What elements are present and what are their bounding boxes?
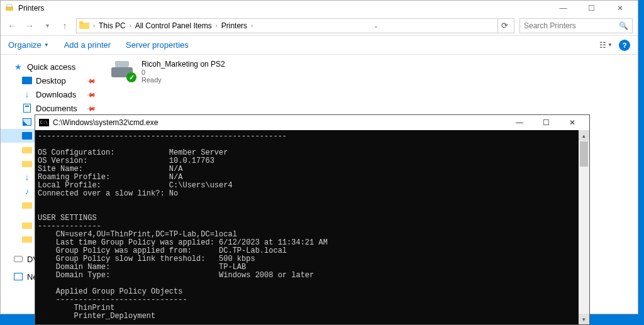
help-button[interactable]: ? — [619, 40, 630, 51]
svg-rect-1 — [7, 4, 12, 7]
cmd-close-button[interactable]: ✕ — [559, 116, 586, 129]
up-button[interactable]: ↑ — [58, 19, 71, 32]
music-icon: ♪ — [22, 187, 32, 196]
tree-label: Quick access — [27, 62, 75, 72]
folder-icon — [22, 145, 32, 154]
view-options-button[interactable]: ☷ ▼ — [599, 41, 613, 50]
cmd-titlebar[interactable]: C:\Windows\system32\cmd.exe — ☐ ✕ — [35, 115, 589, 130]
crumb-sep-icon: › — [92, 23, 96, 29]
folder-icon — [22, 201, 32, 209]
tree-label: Downloads — [36, 90, 76, 99]
svg-rect-3 — [79, 21, 83, 24]
printer-item[interactable]: ✓ Ricoh_Marketing on PS2 0 Ready — [109, 60, 630, 84]
explorer-titlebar[interactable]: Printers — ☐ ✕ — [1, 1, 638, 16]
cmd-minimize-button[interactable]: — — [506, 116, 533, 129]
server-properties-button[interactable]: Server properties — [126, 40, 189, 50]
printer-details: Ricoh_Marketing on PS2 0 Ready — [142, 60, 225, 84]
scroll-up-button[interactable]: ▴ — [579, 130, 589, 141]
window-title: Printers — [18, 4, 44, 13]
printers-icon — [4, 3, 14, 13]
crumb-sep-icon: › — [250, 23, 254, 29]
back-button[interactable]: ← — [6, 19, 18, 32]
add-printer-button[interactable]: Add a printer — [64, 40, 111, 50]
search-placeholder: Search Printers — [524, 21, 576, 30]
refresh-button[interactable]: ⟳ — [497, 19, 511, 33]
breadcrumb-printers[interactable]: Printers — [219, 21, 250, 30]
cmd-scrollbar[interactable]: ▴ ▾ — [579, 130, 589, 324]
pictures-icon — [22, 118, 32, 126]
printer-icon: ✓ — [109, 60, 135, 81]
breadcrumb-this-pc[interactable]: This PC — [96, 21, 128, 30]
minimize-button[interactable]: — — [549, 1, 577, 15]
svg-rect-5 — [22, 161, 32, 167]
organize-menu[interactable]: Organize ▼ — [8, 40, 49, 50]
pin-icon: 📌 — [86, 75, 96, 85]
cmd-window: C:\Windows\system32\cmd.exe — ☐ ✕ ------… — [35, 114, 590, 325]
tree-quick-access[interactable]: ★Quick access — [1, 60, 101, 74]
tree-label: Desktop — [36, 76, 66, 85]
desktop-icon — [22, 76, 32, 85]
desktop-icon — [22, 131, 32, 140]
breadcrumb-control-panel[interactable]: All Control Panel Items — [133, 21, 214, 30]
downloads-icon: ↓ — [22, 173, 32, 182]
folder-icon — [22, 221, 32, 229]
scroll-down-button[interactable]: ▾ — [579, 314, 589, 324]
svg-rect-6 — [22, 202, 32, 209]
nav-row: ← → ▾ ↑ › This PC › All Control Panel It… — [1, 16, 638, 36]
tree-label: Documents — [36, 104, 77, 113]
printer-queue: 0 — [142, 69, 225, 76]
svg-rect-4 — [22, 147, 32, 153]
cmd-title-text: C:\Windows\system32\cmd.exe — [53, 118, 158, 127]
scroll-thumb[interactable] — [580, 141, 588, 167]
check-icon: ✓ — [126, 72, 136, 82]
maximize-button[interactable]: ☐ — [577, 1, 606, 15]
tree-downloads[interactable]: ↓Downloads📌 — [1, 87, 101, 101]
network-icon — [13, 272, 23, 281]
cmd-icon — [39, 119, 49, 126]
crumb-sep-icon: › — [214, 23, 219, 29]
address-bar[interactable]: › This PC › All Control Panel Items › Pr… — [76, 18, 514, 33]
chevron-down-icon: ▼ — [44, 42, 49, 48]
printer-status: Ready — [142, 76, 225, 84]
svg-rect-8 — [22, 236, 32, 243]
search-icon: 🔍 — [619, 21, 628, 30]
disk-icon — [13, 255, 23, 263]
svg-rect-7 — [22, 223, 32, 229]
pin-icon: 📌 — [86, 103, 96, 113]
forward-button[interactable]: → — [23, 19, 36, 32]
address-folder-icon — [79, 21, 89, 31]
documents-icon — [22, 104, 32, 113]
downloads-icon: ↓ — [22, 90, 32, 99]
folder-icon — [22, 159, 32, 168]
tree-documents[interactable]: Documents📌 — [1, 101, 101, 115]
cmd-output[interactable]: ----------------------------------------… — [35, 130, 579, 324]
close-button[interactable]: ✕ — [606, 1, 634, 15]
recent-locations-button[interactable]: ▾ — [41, 19, 53, 32]
address-dropdown[interactable]: ⌄ — [372, 23, 380, 29]
cmd-maximize-button[interactable]: ☐ — [533, 116, 559, 129]
star-icon: ★ — [13, 62, 23, 71]
crumb-sep-icon: › — [128, 23, 133, 29]
folder-icon — [22, 234, 32, 243]
command-bar: Organize ▼ Add a printer Server properti… — [1, 36, 638, 55]
tree-desktop[interactable]: Desktop📌 — [1, 74, 101, 87]
organize-label: Organize — [8, 40, 42, 50]
search-input[interactable]: Search Printers 🔍 — [519, 18, 633, 33]
printer-name: Ricoh_Marketing on PS2 — [142, 60, 225, 69]
pin-icon: 📌 — [86, 89, 96, 99]
